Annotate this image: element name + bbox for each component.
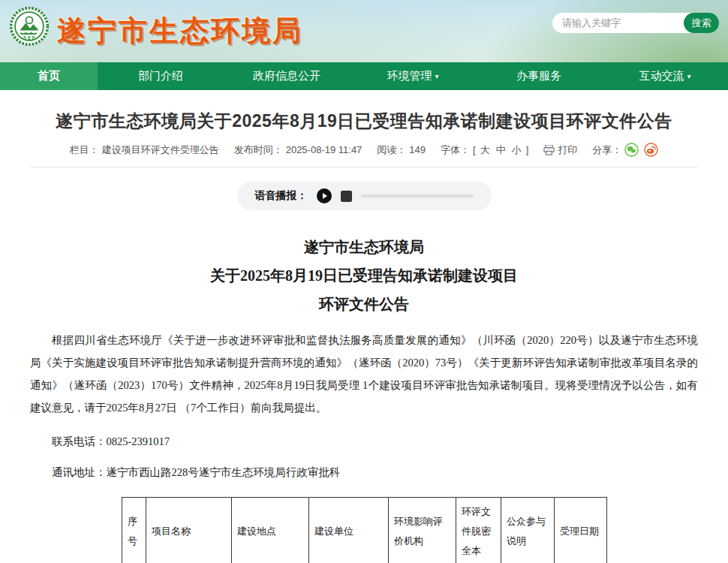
audio-player: 语音播报：: [237, 182, 492, 210]
col-header-eia-doc: 环评文件脱密全本: [456, 498, 501, 563]
nav-item-interaction[interactable]: 互动交流 ▾: [602, 62, 728, 90]
search-box: 搜索: [552, 13, 719, 33]
bracket: [: [473, 144, 476, 155]
print-button[interactable]: 打印: [543, 143, 577, 157]
col-header-project-name: 项目名称: [146, 498, 232, 563]
meta-font-label: 字体：: [441, 143, 470, 157]
audio-label: 语音播报：: [255, 189, 308, 203]
table-header-row: 序号 项目名称 建设地点 建设单位 环境影响评价机构 环评文件脱密全本 公众参与…: [122, 498, 607, 563]
audio-progress-bar[interactable]: [361, 194, 474, 197]
chevron-down-icon: ▾: [687, 72, 690, 80]
wechat-share-icon[interactable]: [624, 143, 639, 157]
meta-column: 栏目： 建设项目环评文件受理公告: [70, 143, 219, 157]
col-header-public-participation: 公众参与说明: [501, 498, 555, 563]
nav-item-label: 政府信息公开: [253, 69, 320, 83]
col-header-eia-agency: 环境影响评价机构: [389, 498, 456, 563]
font-size-medium-button[interactable]: 中: [495, 143, 507, 157]
print-label: 打印: [558, 143, 577, 157]
document-heading-line: 关于2025年8月19日已受理告知承诺制建设项目: [0, 261, 728, 290]
meta-font-size: 字体： [ 大 中 小 ]: [441, 143, 528, 157]
font-size-small-button[interactable]: 小: [510, 143, 523, 157]
article-body: 遂宁市生态环境局 关于2025年8月19日已受理告知承诺制建设项目 环评文件公告…: [0, 233, 728, 563]
site-title: 遂宁市生态环境局: [57, 12, 303, 50]
page-title: 遂宁市生态环境局关于2025年8月19日已受理告知承诺制建设项目环评文件公告: [15, 110, 713, 133]
contact-phone: 联系电话：0825-2391017: [30, 433, 698, 450]
nav-item-label: 办事服务: [516, 69, 561, 83]
meta-publish-value: 2025-08-19 11:47: [286, 144, 362, 155]
svg-text:S E E: S E E: [23, 35, 35, 41]
nav-item-label: 首页: [38, 69, 60, 83]
meta-reads-label: 阅读：: [377, 143, 406, 157]
contact-address: 通讯地址：遂宁市西山路228号遂宁市生态环境局行政审批科: [30, 464, 698, 480]
article-meta: 栏目： 建设项目环评文件受理公告 发布时间： 2025-08-19 11:47 …: [0, 143, 728, 157]
nav-item-label: 部门介绍: [138, 69, 183, 83]
nav-item-department-intro[interactable]: 部门介绍: [98, 62, 224, 90]
projects-table: 序号 项目名称 建设地点 建设单位 环境影响评价机构 环评文件脱密全本 公众参与…: [122, 497, 607, 563]
col-header-location: 建设地点: [232, 498, 309, 563]
weibo-share-icon[interactable]: [644, 143, 658, 157]
col-header-seq: 序号: [122, 498, 146, 563]
nav-item-label: 环境管理: [387, 69, 432, 83]
meta-reads-value: 149: [409, 144, 426, 155]
meta-publish-label: 发布时间：: [234, 143, 283, 157]
col-header-builder: 建设单位: [309, 498, 389, 563]
search-button[interactable]: 搜索: [684, 13, 719, 33]
meta-column-value: 建设项目环评文件受理公告: [102, 143, 219, 157]
site-header: S E E 遂宁市生态环境局 搜索: [0, 0, 728, 62]
announcement-paragraph: 根据四川省生态环境厅《关于进一步改进环评审批和监督执法服务高质量发展的通知》（川…: [30, 329, 698, 419]
nav-item-label: 互动交流: [639, 69, 684, 83]
stop-button-icon[interactable]: [341, 191, 352, 202]
meta-publish-time: 发布时间： 2025-08-19 11:47: [234, 143, 362, 157]
environment-emblem-icon: S E E: [9, 6, 50, 47]
audio-player-wrap: 语音播报：: [0, 182, 728, 210]
bracket: ]: [526, 144, 529, 155]
share-icons: [624, 143, 658, 157]
document-heading-line: 遂宁市生态环境局: [0, 233, 728, 261]
meta-column-label: 栏目：: [70, 143, 99, 157]
nav-item-gov-info[interactable]: 政府信息公开: [224, 62, 350, 90]
play-button-icon[interactable]: [317, 188, 332, 203]
document-heading-line: 环评文件公告: [0, 290, 728, 318]
nav-item-home[interactable]: 首页: [0, 62, 98, 90]
projects-table-wrap: 序号 项目名称 建设地点 建设单位 环境影响评价机构 环评文件脱密全本 公众参与…: [122, 497, 728, 563]
nav-item-services[interactable]: 办事服务: [476, 62, 602, 90]
share-label: 分享：: [592, 143, 621, 157]
font-size-large-button[interactable]: 大: [479, 143, 492, 157]
chevron-down-icon: ▾: [435, 72, 438, 80]
nav-item-env-management[interactable]: 环境管理 ▾: [350, 62, 476, 90]
meta-share: 分享：: [592, 143, 658, 157]
printer-icon: [543, 145, 555, 155]
main-nav: 首页 部门介绍 政府信息公开 环境管理 ▾ 办事服务 互动交流 ▾: [0, 62, 728, 90]
col-header-accept-date: 受理日期: [555, 498, 607, 563]
meta-read-count: 阅读： 149: [377, 143, 426, 157]
meta-divider: [30, 167, 698, 167]
